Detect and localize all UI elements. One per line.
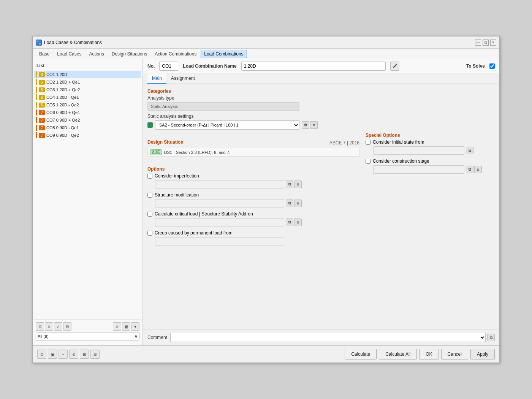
svg-rect-1 [39, 41, 41, 42]
cancel-button[interactable]: Cancel [441, 349, 468, 359]
list-item[interactable]: 6CO2 1.20D + Qe1 [34, 78, 141, 86]
color-indicator [36, 117, 37, 123]
tab-assignment[interactable]: Assignment [166, 73, 200, 84]
check-btn[interactable]: ✓ [54, 322, 62, 331]
color-indicator-icon [147, 122, 153, 128]
minimize-button[interactable]: — [475, 40, 481, 46]
list-item[interactable]: 6CO4 1.20D - Qe1 [34, 93, 141, 101]
bottom-left-icons: ⊙ ▣ ↔ ⊘ ⊞ ⊟ [37, 350, 100, 359]
list-label: CO3 1.20D + Qe2 [46, 87, 80, 92]
analysis-type-value: Static Analysis [151, 104, 178, 109]
calculate-all-button[interactable]: Calculate All [379, 349, 417, 359]
critical-load-input-row: ⧉ ⧈ [147, 218, 359, 226]
arrow-btn[interactable]: ▼ [131, 322, 139, 331]
list-label: CO2 1.20D + Qe1 [46, 80, 80, 84]
menu-load-combinations[interactable]: Load Combinations [201, 50, 247, 58]
structure-mod-check-row: Structure modification [147, 192, 359, 198]
critical-load-checkbox[interactable] [147, 212, 152, 217]
imperfection-checkbox[interactable] [147, 174, 152, 179]
initial-state-edit-btn[interactable]: ⧈ [466, 147, 473, 154]
paste-btn[interactable]: ⧈ [45, 322, 53, 331]
ok-button[interactable]: OK [419, 349, 439, 359]
comment-copy-btn[interactable]: ⧉ [487, 334, 495, 341]
structure-mod-checkbox[interactable] [147, 193, 152, 198]
name-col-header: Load Combination Name [183, 63, 236, 69]
list-item[interactable]: 7CO6 0.90D + Qe1 [34, 109, 141, 116]
to-solve-header: To Solve [466, 63, 485, 69]
bottom-icon-1[interactable]: ⊙ [37, 350, 46, 359]
option-critical-load: Calculate critical load | Structure Stab… [147, 211, 359, 226]
menu-action-combinations[interactable]: Action Combinations [151, 50, 200, 58]
list-item[interactable]: 7CO9 0.90D - Qe2 [34, 131, 141, 139]
construction-edit-btn[interactable]: ⧈ [474, 166, 482, 173]
critical-load-copy-btn[interactable]: ⧉ [286, 218, 293, 226]
filter-btn[interactable]: ⊟ [63, 322, 71, 331]
menu-design-situations[interactable]: Design Situations [108, 50, 150, 58]
combination-name-input[interactable] [241, 62, 386, 71]
creep-input-row [147, 237, 359, 245]
list-item[interactable]: 6CO5 1.20D - Qe2 [34, 101, 141, 109]
list-item[interactable]: 6CO1 1.20D [34, 71, 141, 78]
structure-mod-input-row: ⧉ ⧈ [147, 199, 359, 207]
close-button[interactable]: × [490, 40, 496, 46]
initial-state-checkbox[interactable] [366, 140, 370, 145]
maximize-button[interactable]: □ [483, 40, 489, 46]
to-solve-checkbox[interactable] [489, 63, 495, 69]
critical-load-edit-btn[interactable]: ⧈ [294, 218, 302, 226]
menu-actions[interactable]: Actions [86, 50, 107, 58]
bottom-icon-3[interactable]: ↔ [59, 350, 68, 359]
co-number-input[interactable] [159, 62, 178, 71]
construction-checkbox[interactable] [366, 159, 370, 164]
bottom-icon-2[interactable]: ▣ [48, 350, 57, 359]
imperfection-check-row: Consider imperfection [147, 173, 359, 179]
special-options-section: Special Options Consider initial state f… [366, 133, 495, 177]
construction-copy-btn[interactable]: ⧉ [466, 166, 473, 173]
option-structure-mod: Structure modification ⧉ ⧈ [147, 192, 359, 207]
list-num: 6 [39, 95, 45, 100]
comment-dropdown[interactable] [170, 333, 486, 342]
list-item[interactable]: 6CO3 1.20D + Qe2 [34, 86, 141, 93]
content-area: List 6CO1 1.20D6CO2 1.20D + Qe16CO3 1.20… [33, 59, 499, 345]
header-row: No. Load Combination Name To Solve [143, 59, 499, 73]
bottom-icon-6[interactable]: ⊟ [90, 350, 100, 359]
construction-icon-pair: ⧉ ⧈ [466, 166, 482, 173]
creep-checkbox[interactable] [147, 231, 152, 236]
list-num: 6 [39, 103, 45, 108]
all-dropdown[interactable]: All (9) ∨ [36, 332, 139, 340]
color-indicator [36, 87, 37, 93]
list-num: 7 [39, 125, 45, 130]
delete-btn[interactable]: ✕ [113, 322, 121, 331]
main-window: Load Cases & Combinations — □ × Base Loa… [32, 36, 500, 363]
copy-btn[interactable]: ⧉ [36, 322, 44, 331]
menu-bar: Base Load Cases Actions Design Situation… [33, 49, 499, 59]
tab-main[interactable]: Main [147, 73, 166, 84]
color-indicator [36, 125, 37, 131]
color-indicator [36, 109, 37, 116]
initial-state-icon-pair: ⧈ [466, 147, 473, 154]
calculate-button[interactable]: Calculate [345, 349, 377, 359]
list-item[interactable]: 7CO8 0.90D - Qe1 [34, 124, 141, 131]
menu-base[interactable]: Base [36, 50, 53, 58]
list-item[interactable]: 7CO7 0.90D + Qe2 [34, 116, 141, 124]
settings-edit-btn[interactable]: ⧈ [310, 121, 318, 129]
to-solve-checkbox-item[interactable] [489, 63, 495, 69]
apply-button[interactable]: Apply [470, 349, 495, 359]
grid-btn[interactable]: ▦ [122, 322, 130, 331]
imperfection-icon-pair: ⧉ ⧈ [286, 180, 302, 188]
static-settings-dropdown[interactable]: SA2 - Second-order (P-Δ) | Picard | 100 … [155, 120, 299, 130]
imperfection-input [155, 180, 284, 188]
imperfection-edit-btn[interactable]: ⧈ [294, 180, 302, 188]
settings-copy-btn[interactable]: ⧉ [302, 121, 309, 129]
construction-label: Consider construction stage [373, 158, 429, 164]
critical-load-label: Calculate critical load | Structure Stab… [155, 211, 253, 217]
design-situation-title: Design Situation [147, 139, 184, 145]
imperfection-copy-btn[interactable]: ⧉ [286, 180, 293, 188]
edit-icon-button[interactable] [390, 62, 399, 71]
list-num: 6 [39, 80, 45, 85]
bottom-icon-5[interactable]: ⊞ [80, 350, 89, 359]
bottom-icon-4[interactable]: ⊘ [69, 350, 78, 359]
structure-mod-copy-btn[interactable]: ⧉ [286, 200, 293, 207]
svg-rect-3 [39, 43, 41, 44]
menu-load-cases[interactable]: Load Cases [54, 50, 85, 58]
structure-mod-edit-btn[interactable]: ⧈ [294, 200, 302, 207]
